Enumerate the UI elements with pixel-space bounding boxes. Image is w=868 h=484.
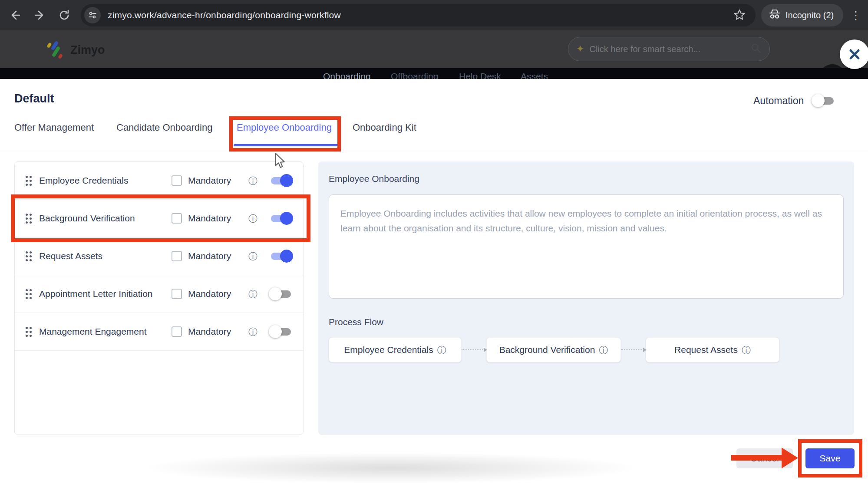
activity-label: Management Engagement [39,326,147,337]
annotation-box-save [798,439,862,477]
panel-title: Employee Onboarding [329,174,419,184]
nav-item-assets[interactable]: Assets [521,71,548,79]
activity-toggle[interactable] [269,287,293,301]
activity-row-management-engagement[interactable]: Management Engagement Mandatory ⓘ [15,313,303,351]
mandatory-checkbox[interactable] [172,326,182,337]
tab-onboarding-kit[interactable]: Onboarding Kit [353,122,416,133]
sheet-shadow [143,452,638,484]
mandatory-checkbox[interactable] [172,175,182,186]
browser-menu-icon[interactable]: ⋮ [849,6,862,25]
annotation-arrow [731,455,782,461]
browser-toolbar: zimyo.work/advance-hr/onboarding/onboard… [0,0,868,30]
activity-label: Appointment Letter Initiation [39,289,153,299]
dialog-title: Default [14,92,54,105]
annotation-box-tab [229,116,341,151]
mandatory-label: Mandatory [188,326,231,337]
smart-search-input[interactable] [589,44,745,54]
forward-icon[interactable] [32,7,48,23]
annotation-arrow-head [782,448,798,468]
incognito-label: Incognito (2) [785,10,834,20]
nav-item-help-desk[interactable]: Help Desk [459,71,501,79]
activity-row-employee-credentials[interactable]: Employee Credentials Mandatory ⓘ [15,162,303,200]
automation-toggle[interactable] [812,94,836,108]
tab-candidate-onboarding[interactable]: Candidate Onboarding [116,122,212,133]
page-nav-strip: Onboarding Offboarding Help Desk Assets [0,68,868,79]
description-textarea[interactable] [329,194,844,299]
activity-row-request-assets[interactable]: Request Assets Mandatory ⓘ [15,237,303,275]
drag-handle-icon[interactable] [26,176,32,186]
incognito-icon [768,9,781,22]
flow-step-request-assets[interactable]: Request Assets ⓘ [646,337,779,362]
activity-label: Employee Credentials [39,175,128,186]
flow-step-label: Background Verification [499,345,595,355]
info-icon[interactable]: ⓘ [248,176,257,185]
activity-toggle[interactable] [269,174,293,188]
flow-step-label: Request Assets [674,345,738,355]
info-icon[interactable]: ⓘ [437,346,446,355]
automation-control: Automation [753,94,836,108]
drag-handle-icon[interactable] [26,289,32,299]
flow-step-employee-credentials[interactable]: Employee Credentials ⓘ [329,337,462,362]
process-flow-label: Process Flow [329,317,383,327]
smart-search-bar[interactable]: ✦ [568,37,770,61]
address-bar[interactable]: zimyo.work/advance-hr/onboarding/onboard… [81,4,756,26]
mandatory-label: Mandatory [188,251,231,261]
zimyo-logo[interactable]: Zimyo [47,40,105,60]
info-icon[interactable]: ⓘ [742,346,751,355]
incognito-badge: Incognito (2) [761,4,843,26]
tabs-divider [0,150,868,150]
mandatory-checkbox[interactable] [172,289,182,299]
info-icon[interactable]: ⓘ [248,290,257,299]
detail-panel: Employee Onboarding Process Flow Employe… [318,161,854,435]
activity-label: Request Assets [39,251,102,261]
site-settings-icon[interactable] [84,7,101,23]
info-icon[interactable]: ⓘ [248,252,257,261]
flow-arrow-icon [462,349,486,350]
flow-arrow-icon [621,349,646,350]
brand-name: Zimyo [70,43,105,57]
mandatory-checkbox[interactable] [172,251,182,261]
automation-label: Automation [753,95,804,107]
url-text: zimyo.work/advance-hr/onboarding/onboard… [108,10,341,20]
annotation-box-background-verification [11,194,310,242]
activity-toggle[interactable] [269,249,293,263]
activity-row-appointment-letter-initiation[interactable]: Appointment Letter Initiation Mandatory … [15,275,303,313]
sparkle-icon: ✦ [576,43,584,55]
search-icon[interactable] [750,43,762,56]
back-icon[interactable] [7,7,23,23]
activity-toggle[interactable] [269,325,293,339]
nav-item-onboarding[interactable]: Onboarding [323,71,371,79]
close-button[interactable] [840,40,868,69]
flow-step-background-verification[interactable]: Background Verification ⓘ [486,337,621,362]
bookmark-star-icon[interactable] [733,8,746,23]
mandatory-label: Mandatory [188,289,231,299]
info-icon[interactable]: ⓘ [599,346,608,355]
info-icon[interactable]: ⓘ [248,327,257,336]
drag-handle-icon[interactable] [26,327,32,337]
mandatory-label: Mandatory [188,175,231,186]
close-icon [847,47,862,62]
process-flow: Employee Credentials ⓘ Background Verifi… [329,337,779,362]
mouse-cursor [273,153,287,170]
app-header: Zimyo ✦ ✦ [0,30,868,68]
flow-step-label: Employee Credentials [344,345,433,355]
zimyo-logo-icon [47,40,65,60]
reload-icon[interactable] [56,7,72,23]
tab-offer-management[interactable]: Offer Management [14,122,94,133]
nav-item-offboarding[interactable]: Offboarding [391,71,438,79]
drag-handle-icon[interactable] [26,251,32,261]
screen: zimyo.work/advance-hr/onboarding/onboard… [0,0,868,484]
